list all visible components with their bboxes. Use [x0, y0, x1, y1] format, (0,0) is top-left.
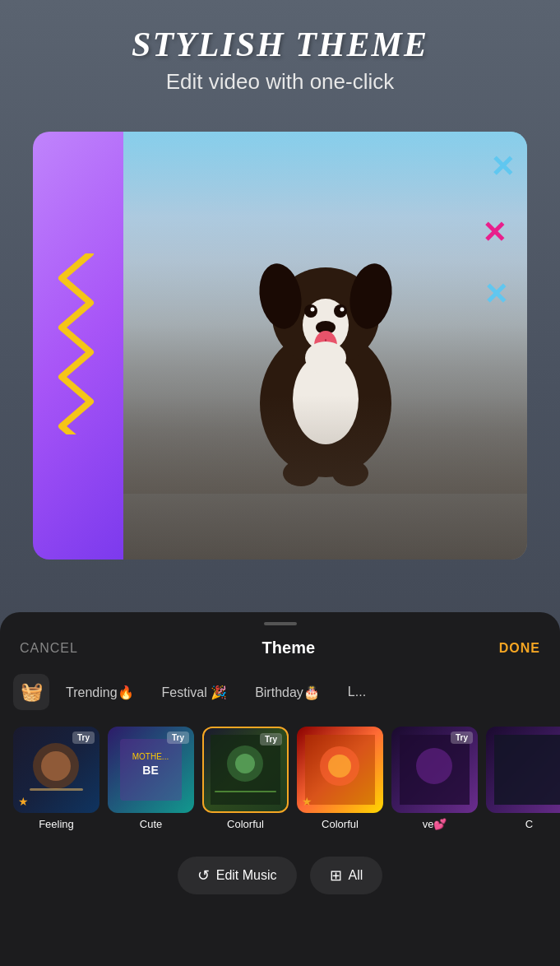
themes-row: Try ★ Feeling BE MOTHE... Try Cute [0, 717, 560, 840]
theme-label-colorful: Colorful [202, 818, 289, 830]
bottom-actions: ↺ Edit Music ⊞ All [0, 843, 560, 908]
theme-love[interactable]: Try ve💕 [391, 727, 478, 830]
all-label: All [349, 868, 363, 883]
video-main-area [123, 132, 527, 560]
theme-colorful2[interactable]: ★ Colorful [297, 727, 383, 830]
svg-point-17 [41, 751, 71, 781]
theme-feeling[interactable]: Try ★ Feeling [13, 727, 100, 830]
street-people [123, 395, 527, 494]
cancel-button[interactable]: CANCEL [20, 641, 78, 656]
tab-birthday[interactable]: Birthday🎂 [243, 678, 331, 707]
svg-point-15 [305, 341, 346, 374]
svg-rect-18 [30, 788, 83, 791]
star-colorful2: ★ [302, 795, 312, 808]
page-title: STYLISH THEME [0, 25, 560, 64]
svg-point-4 [304, 304, 317, 318]
video-preview [33, 132, 527, 560]
all-button[interactable]: ⊞ All [310, 857, 383, 894]
category-tabs: 🧺 Trending🔥 Festival 🎉 Birthday🎂 L... [0, 667, 560, 717]
edit-music-label: Edit Music [216, 868, 277, 883]
x-mark-blue-bottom: ✕ [484, 280, 508, 309]
x-mark-pink: ✕ [482, 218, 507, 248]
edit-music-icon: ↺ [197, 866, 210, 885]
zigzag-decoration [53, 253, 99, 438]
theme-c[interactable]: C [486, 727, 560, 830]
theme-label-feeling: Feeling [13, 818, 100, 830]
theme-colorful-selected[interactable]: Try Colorful [202, 727, 289, 830]
svg-point-5 [334, 304, 347, 318]
star-feeling: ★ [18, 795, 29, 808]
try-badge-love: Try [451, 731, 473, 744]
x-mark-blue-top: ✕ [490, 152, 515, 182]
tab-festival[interactable]: Festival 🎉 [150, 678, 239, 707]
theme-cute[interactable]: BE MOTHE... Try Cute [108, 727, 194, 830]
svg-point-6 [310, 308, 314, 312]
all-icon: ⊞ [330, 866, 342, 885]
tab-more[interactable]: L... [336, 678, 377, 706]
try-badge-feeling: Try [72, 731, 95, 744]
try-badge-colorful: Try [260, 733, 282, 745]
tab-trending[interactable]: Trending🔥 [54, 678, 146, 707]
theme-label-cute: Cute [108, 818, 194, 830]
svg-point-24 [235, 754, 255, 773]
theme-label-love: ve💕 [391, 818, 478, 830]
svg-text:BE: BE [142, 764, 158, 777]
try-badge-cute: Try [167, 731, 189, 744]
bottom-sheet: CANCEL Theme DONE 🧺 Trending🔥 Festival 🎉… [0, 612, 560, 966]
svg-text:MOTHE...: MOTHE... [132, 752, 169, 761]
basket-icon: 🧺 [21, 681, 43, 703]
svg-rect-25 [215, 791, 276, 792]
theme-label-c: C [486, 818, 560, 830]
done-button[interactable]: DONE [499, 641, 540, 656]
edit-music-button[interactable]: ↺ Edit Music [178, 857, 297, 894]
svg-point-28 [328, 755, 351, 778]
basket-icon-button[interactable]: 🧺 [13, 674, 49, 710]
svg-point-30 [416, 748, 452, 784]
video-left-panel [33, 132, 123, 560]
header-section: STYLISH THEME Edit video with one-click [0, 25, 560, 95]
sheet-header: CANCEL Theme DONE [0, 625, 560, 667]
sheet-title: Theme [262, 639, 315, 657]
svg-point-7 [340, 308, 344, 312]
theme-label-colorful2: Colorful [297, 818, 383, 830]
page-subtitle: Edit video with one-click [0, 69, 560, 95]
svg-rect-31 [494, 735, 560, 805]
